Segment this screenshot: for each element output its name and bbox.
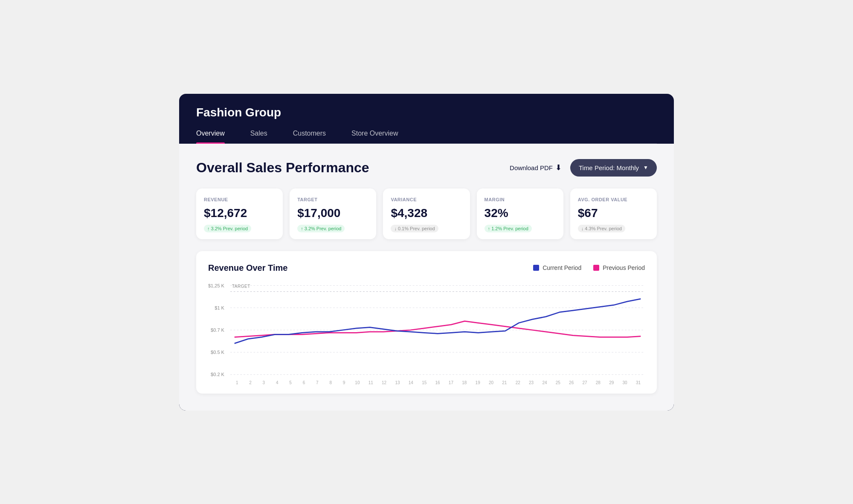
y-label-3: $0.5 K bbox=[208, 350, 224, 355]
main-content: Overall Sales Performance Download PDF ⬇… bbox=[179, 144, 674, 411]
y-axis-labels: $1,25 K$1 K$0.7 K$0.5 K$0.2 K bbox=[208, 283, 228, 377]
x-label-2: 3 bbox=[257, 380, 270, 385]
x-label-7: 8 bbox=[324, 380, 337, 385]
x-label-23: 24 bbox=[538, 380, 551, 385]
x-label-27: 28 bbox=[592, 380, 605, 385]
x-label-10: 11 bbox=[364, 380, 377, 385]
x-label-18: 19 bbox=[471, 380, 484, 385]
metric-badge-2: ↓ 0.1% Prev. period bbox=[391, 225, 438, 232]
metric-card-4: AVG. ORDER VALUE$67↓ 4.3% Prev. period bbox=[570, 188, 657, 239]
metric-label-4: AVG. ORDER VALUE bbox=[578, 197, 649, 202]
x-label-14: 15 bbox=[418, 380, 431, 385]
metric-label-2: VARIANCE bbox=[391, 197, 462, 202]
x-label-29: 30 bbox=[618, 380, 631, 385]
header-actions: Download PDF ⬇ Time Period: Monthly ▼ bbox=[510, 159, 657, 177]
y-label-1: $1 K bbox=[208, 305, 224, 310]
chart-inner: TARGET bbox=[230, 283, 645, 377]
x-label-17: 18 bbox=[458, 380, 471, 385]
metric-badge-4: ↓ 4.3% Prev. period bbox=[578, 225, 625, 232]
x-label-5: 6 bbox=[297, 380, 310, 385]
download-label: Download PDF bbox=[510, 164, 553, 171]
metric-badge-1: ↑ 3.2% Prev. period bbox=[297, 225, 345, 232]
target-label: TARGET bbox=[232, 284, 250, 289]
period-label: Time Period: Monthly bbox=[579, 164, 639, 171]
chevron-down-icon: ▼ bbox=[643, 165, 648, 171]
chart-title: Revenue Over Time bbox=[208, 263, 287, 273]
x-label-25: 26 bbox=[565, 380, 578, 385]
nav-tab-customers[interactable]: Customers bbox=[293, 130, 326, 143]
metric-badge-3: ↑ 1.2% Prev. period bbox=[485, 225, 532, 232]
performance-title: Overall Sales Performance bbox=[196, 160, 369, 176]
chart-header: Revenue Over Time Current PeriodPrevious… bbox=[208, 263, 645, 273]
metric-card-1: TARGET$17,000↑ 3.2% Prev. period bbox=[290, 188, 376, 239]
x-label-4: 5 bbox=[284, 380, 297, 385]
legend-dot-0 bbox=[533, 265, 539, 271]
legend-item-0: Current Period bbox=[533, 264, 581, 271]
y-label-4: $0.2 K bbox=[208, 372, 224, 377]
y-label-2: $0.7 K bbox=[208, 327, 224, 333]
performance-header: Overall Sales Performance Download PDF ⬇… bbox=[196, 159, 657, 177]
brand-title: Fashion Group bbox=[196, 106, 657, 119]
legend-item-1: Previous Period bbox=[593, 264, 645, 271]
x-label-16: 17 bbox=[444, 380, 458, 385]
chart-svg bbox=[230, 283, 645, 377]
chart-legend: Current PeriodPrevious Period bbox=[533, 264, 645, 271]
x-label-21: 22 bbox=[511, 380, 525, 385]
chart-card: Revenue Over Time Current PeriodPrevious… bbox=[196, 251, 657, 394]
x-label-3: 4 bbox=[270, 380, 284, 385]
x-label-1: 2 bbox=[244, 380, 257, 385]
x-label-15: 16 bbox=[431, 380, 444, 385]
nav-tab-store-overview[interactable]: Store Overview bbox=[351, 130, 398, 143]
metric-card-2: VARIANCE$4,328↓ 0.1% Prev. period bbox=[383, 188, 470, 239]
x-label-9: 10 bbox=[351, 380, 364, 385]
metric-cards: REVENUE$12,672↑ 3.2% Prev. periodTARGET$… bbox=[196, 188, 657, 239]
metric-label-0: REVENUE bbox=[204, 197, 275, 202]
x-label-22: 23 bbox=[525, 380, 538, 385]
nav-tab-overview[interactable]: Overview bbox=[196, 130, 225, 143]
nav-tab-sales[interactable]: Sales bbox=[250, 130, 267, 143]
legend-label-0: Current Period bbox=[543, 264, 581, 271]
y-label-0: $1,25 K bbox=[208, 283, 224, 288]
x-label-12: 13 bbox=[391, 380, 404, 385]
metric-value-3: 32% bbox=[485, 206, 556, 220]
metric-value-0: $12,672 bbox=[204, 206, 275, 220]
x-label-13: 14 bbox=[404, 380, 418, 385]
dashboard-container: Fashion Group OverviewSalesCustomersStor… bbox=[179, 94, 674, 411]
metric-card-3: MARGIN32%↑ 1.2% Prev. period bbox=[477, 188, 563, 239]
metric-label-3: MARGIN bbox=[485, 197, 556, 202]
download-icon: ⬇ bbox=[555, 163, 562, 172]
metric-card-0: REVENUE$12,672↑ 3.2% Prev. period bbox=[196, 188, 283, 239]
header: Fashion Group OverviewSalesCustomersStor… bbox=[179, 94, 674, 144]
metric-value-2: $4,328 bbox=[391, 206, 462, 220]
x-label-6: 7 bbox=[310, 380, 324, 385]
x-label-30: 31 bbox=[632, 380, 645, 385]
x-label-26: 27 bbox=[578, 380, 591, 385]
metric-label-1: TARGET bbox=[297, 197, 368, 202]
x-label-0: 1 bbox=[230, 380, 244, 385]
legend-dot-1 bbox=[593, 265, 599, 271]
legend-label-1: Previous Period bbox=[603, 264, 645, 271]
x-label-19: 20 bbox=[485, 380, 498, 385]
metric-badge-0: ↑ 3.2% Prev. period bbox=[204, 225, 251, 232]
nav-tabs: OverviewSalesCustomersStore Overview bbox=[196, 130, 657, 144]
x-axis: 1234567891011121314151617181920212223242… bbox=[230, 380, 645, 385]
x-label-8: 9 bbox=[337, 380, 351, 385]
x-label-20: 21 bbox=[498, 380, 511, 385]
download-pdf-button[interactable]: Download PDF ⬇ bbox=[510, 163, 562, 172]
x-label-11: 12 bbox=[377, 380, 391, 385]
x-label-24: 25 bbox=[551, 380, 565, 385]
period-dropdown[interactable]: Time Period: Monthly ▼ bbox=[570, 159, 657, 177]
metric-value-1: $17,000 bbox=[297, 206, 368, 220]
x-label-28: 29 bbox=[605, 380, 618, 385]
chart-area: $1,25 K$1 K$0.7 K$0.5 K$0.2 K TARGET bbox=[208, 283, 645, 377]
metric-value-4: $67 bbox=[578, 206, 649, 220]
